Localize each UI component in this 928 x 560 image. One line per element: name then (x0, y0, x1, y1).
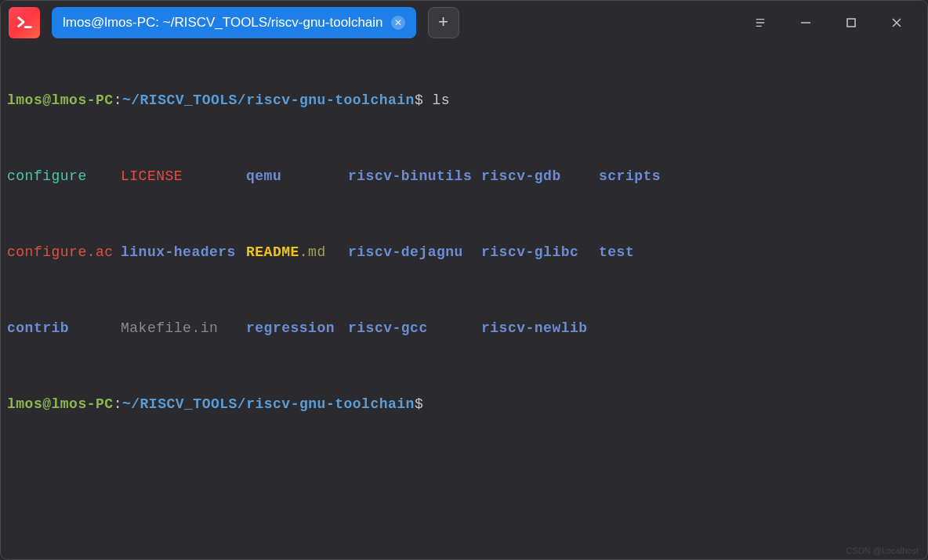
prompt-dollar: $ (415, 396, 423, 412)
maximize-button[interactable] (828, 1, 874, 45)
tab-close-icon[interactable]: ✕ (391, 16, 405, 30)
readme-name: README (246, 244, 299, 260)
prompt-path: ~/RISCV_TOOLS/riscv-gnu-toolchain (122, 92, 415, 108)
prompt-line-1: lmos@lmos-PC:~/RISCV_TOOLS/riscv-gnu-too… (7, 91, 921, 110)
tab-title: lmos@lmos-PC: ~/RISCV_TOOLS/riscv-gnu-to… (63, 15, 383, 31)
ls-item: configure (7, 167, 121, 186)
hamburger-menu-icon[interactable] (738, 1, 783, 45)
prompt-path: ~/RISCV_TOOLS/riscv-gnu-toolchain (122, 396, 415, 412)
watermark: CSDN @Localhost (846, 546, 919, 555)
ls-item: riscv-gcc (348, 319, 481, 338)
ls-item: riscv-glibc (481, 243, 599, 262)
command-text: ls (433, 92, 451, 108)
ls-item: riscv-newlib (481, 319, 599, 338)
ls-item: riscv-dejagnu (348, 243, 481, 262)
ls-item: regression (246, 319, 348, 338)
prompt-dollar: $ (415, 92, 423, 108)
prompt-user: lmos@lmos-PC (7, 396, 114, 412)
ls-item: Makefile.in (121, 319, 246, 338)
terminal-body[interactable]: lmos@lmos-PC:~/RISCV_TOOLS/riscv-gnu-too… (1, 45, 927, 460)
terminal-app-icon[interactable] (9, 7, 40, 38)
ls-item: qemu (246, 167, 348, 186)
ls-item: LICENSE (121, 167, 246, 186)
ls-item: configure.ac (7, 243, 121, 262)
close-button[interactable] (874, 1, 919, 45)
ls-row-2: configure.ac linux-headers README.md ris… (7, 243, 921, 262)
ls-item: linux-headers (121, 243, 246, 262)
prompt-colon: : (114, 92, 122, 108)
ls-item: README.md (246, 243, 348, 262)
title-bar: lmos@lmos-PC: ~/RISCV_TOOLS/riscv-gnu-to… (1, 1, 927, 45)
ls-row-1: configure LICENSE qemu riscv-binutils ri… (7, 167, 921, 186)
ls-item: riscv-gdb (481, 167, 599, 186)
ls-item: contrib (7, 319, 121, 338)
window-controls (738, 1, 919, 45)
terminal-window: lmos@lmos-PC: ~/RISCV_TOOLS/riscv-gnu-to… (0, 0, 928, 560)
ls-item: test (599, 243, 634, 262)
prompt-user: lmos@lmos-PC (7, 92, 114, 108)
new-tab-button[interactable]: + (428, 7, 459, 38)
prompt-colon: : (114, 396, 122, 412)
minimize-button[interactable] (783, 1, 828, 45)
ls-item: scripts (599, 167, 661, 186)
tab-active[interactable]: lmos@lmos-PC: ~/RISCV_TOOLS/riscv-gnu-to… (52, 7, 416, 38)
ls-row-3: contrib Makefile.in regression riscv-gcc… (7, 319, 921, 338)
prompt-line-2: lmos@lmos-PC:~/RISCV_TOOLS/riscv-gnu-too… (7, 395, 921, 414)
readme-ext: .md (299, 244, 326, 260)
ls-item: riscv-binutils (348, 167, 481, 186)
svg-rect-5 (847, 19, 855, 27)
